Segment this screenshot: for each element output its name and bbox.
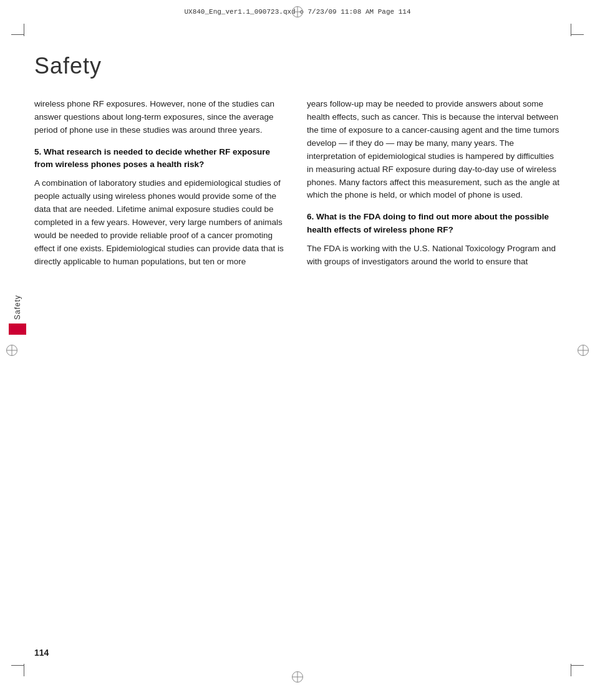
trim-mark-tr-h (571, 34, 584, 35)
page-content: Safety wireless phone RF exposures. Howe… (34, 41, 561, 659)
section-6-heading: 6. What is the FDA doing to find out mor… (307, 211, 561, 236)
two-column-layout: wireless phone RF exposures. However, no… (34, 98, 561, 277)
reg-mark-top (292, 6, 303, 17)
right-para-2: The FDA is working with the U.S. Nationa… (307, 242, 561, 269)
sidebar-accent-box (9, 324, 26, 335)
reg-mark-left (6, 345, 17, 356)
trim-mark-br-h (571, 665, 584, 666)
column-left: wireless phone RF exposures. However, no… (34, 98, 288, 277)
sidebar-label-container: Safety (9, 295, 26, 335)
reg-mark-bottom (292, 671, 303, 683)
page-container: UX840_Eng_ver1.1_090723.qxd ◇ 7/23/09 11… (0, 0, 595, 700)
left-para-1: wireless phone RF exposures. However, no… (34, 98, 288, 137)
trim-mark-tl-v (24, 24, 24, 36)
left-para-2: A combination of laboratory studies and … (34, 177, 288, 268)
trim-mark-br-v (571, 664, 571, 676)
trim-mark-tr-v (571, 24, 571, 36)
right-para-1: years follow-up may be needed to provide… (307, 98, 561, 202)
column-right: years follow-up may be needed to provide… (307, 98, 561, 277)
page-title: Safety (34, 53, 561, 79)
section-5-heading: 5. What research is needed to decide whe… (34, 146, 288, 171)
trim-mark-bl-v (24, 664, 24, 676)
sidebar-label-text: Safety (13, 295, 22, 320)
trim-mark-tl-h (11, 34, 24, 35)
reg-mark-right (578, 345, 589, 356)
trim-mark-bl-h (11, 665, 24, 666)
